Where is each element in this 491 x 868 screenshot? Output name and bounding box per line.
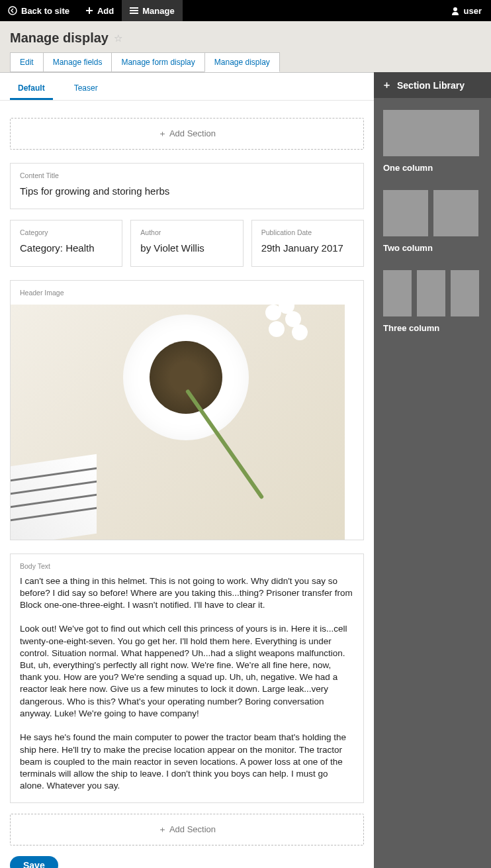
three-column-thumb [451,270,479,316]
plus-icon: ＋ [158,824,167,834]
add-label: Add [97,6,114,16]
section-library-title: Section Library [397,80,465,91]
tab-manage-display[interactable]: Manage display [204,52,280,72]
add-section-label: Add Section [169,824,216,834]
tab-manage-fields[interactable]: Manage fields [43,52,112,72]
section-library-header: ＋ Section Library [374,72,491,98]
user-label: user [464,6,482,16]
category-label: Category [20,228,112,236]
pub-date-label: Publication Date [261,228,354,236]
plus-icon: ＋ [382,79,392,91]
back-arrow-icon [8,6,17,15]
layout-option-two-column[interactable]: Two column [383,190,482,253]
back-to-site-button[interactable]: Back to site [0,0,77,21]
tab-manage-form-display[interactable]: Manage form display [111,52,204,72]
favorite-star-icon[interactable]: ☆ [114,32,122,44]
plus-icon [85,7,93,15]
add-section-label: Add Section [169,128,216,138]
primary-tabs: Edit Manage fields Manage form display M… [10,52,481,72]
body-text-label: Body Text [20,562,354,570]
svg-point-1 [453,7,457,11]
layout-option-three-column[interactable]: Three column [383,270,482,333]
save-button[interactable]: Save [10,856,58,868]
back-to-site-label: Back to site [21,6,69,16]
author-value: by Violet Willis [140,242,233,255]
add-button[interactable]: Add [77,0,122,21]
one-column-thumb [383,110,479,156]
page-title: Manage display [10,30,109,46]
layout-option-one-column[interactable]: One column [383,110,482,173]
content-title-label: Content Title [20,171,354,179]
plus-icon: ＋ [158,128,167,138]
tab-edit[interactable]: Edit [10,52,44,72]
main-content: Default Teaser ＋Add Section Content Titl… [0,72,374,868]
category-block[interactable]: Category Category: Health [10,220,122,266]
three-column-thumb [383,270,412,316]
add-section-top[interactable]: ＋Add Section [10,118,364,150]
admin-toolbar: Back to site Add Manage user [0,0,491,21]
three-column-label: Three column [383,323,482,333]
content-title-block[interactable]: Content Title Tips for growing and stori… [10,163,364,209]
manage-button[interactable]: Manage [122,0,182,21]
secondary-tabs: Default Teaser [0,73,374,101]
section-library-panel: ＋ Section Library One column Two column … [374,72,491,868]
subtab-teaser[interactable]: Teaser [66,79,106,100]
hamburger-icon [130,7,138,15]
svg-point-0 [9,7,17,15]
author-label: Author [140,228,233,236]
three-column-thumb [417,270,445,316]
two-column-thumb [433,190,478,236]
page-header: Manage display ☆ Edit Manage fields Mana… [0,21,491,72]
manage-label: Manage [142,6,174,16]
body-text-block[interactable]: Body Text I can't see a thing in this he… [10,554,364,804]
pub-date-block[interactable]: Publication Date 29th January 2017 [251,220,364,266]
content-title-value: Tips for growing and storing herbs [20,185,354,198]
body-text-value: I can't see a thing in this helmet. This… [20,575,354,793]
one-column-label: One column [383,163,482,173]
two-column-label: Two column [383,243,482,253]
header-image-block[interactable]: Header Image [10,280,364,540]
author-block[interactable]: Author by Violet Willis [130,220,243,266]
pub-date-value: 29th January 2017 [261,242,354,255]
user-icon [451,6,460,15]
subtab-default[interactable]: Default [10,79,53,100]
header-image-label: Header Image [20,289,354,297]
two-column-thumb [383,190,428,236]
add-section-bottom[interactable]: ＋Add Section [10,814,364,845]
user-menu[interactable]: user [441,6,491,16]
header-image-preview [11,305,345,540]
category-value: Category: Health [20,242,112,255]
